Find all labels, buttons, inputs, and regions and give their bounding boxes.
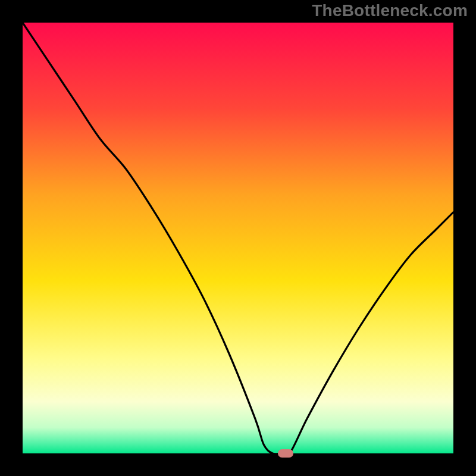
chart-plot-area xyxy=(23,23,453,453)
watermark-text: TheBottleneck.com xyxy=(312,1,468,20)
gradient-background xyxy=(23,23,453,453)
current-position-marker xyxy=(278,449,293,458)
chart-frame: TheBottleneck.com xyxy=(0,0,476,476)
chart-svg xyxy=(23,23,453,453)
